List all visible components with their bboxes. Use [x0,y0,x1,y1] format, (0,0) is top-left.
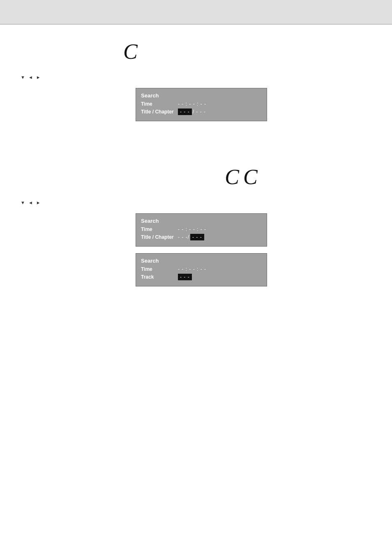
nav-arrows-section1: ▼ ◄ ► [21,75,376,80]
cursive-cc-icons: C C [107,166,376,188]
title-chapter-label-1: Title / Chapter [141,109,178,115]
arrow-right-1[interactable]: ► [36,75,41,80]
search-panel-2b: Search Time - - : - - : - - Track - - - [136,253,267,286]
time-value-2b: - - : - - : - - [178,266,206,272]
time-label-2b: Time [141,266,178,272]
top-bar [0,0,392,25]
search-title-1: Search [141,92,262,99]
search-row-time-2a: Time - - : - - : - - [141,226,262,232]
spacer-between-sections [0,129,392,162]
arrow-right-2[interactable]: ► [36,200,41,205]
track-label-2b: Track [141,274,178,280]
section-2: C C ▼ ◄ ► Search Time - - : - - : - - Ti… [0,166,392,286]
search-row-track-2b: Track - - - [141,274,262,280]
title-chapter-prefix-2a: - - -/ [178,234,189,240]
arrow-left-1[interactable]: ◄ [28,75,33,80]
arrow-left-2[interactable]: ◄ [28,200,33,205]
gap-between-boxes [16,247,376,253]
cursive-c-icon: C [123,41,156,62]
search-row-title-chapter-1: Title / Chapter - - - / - - - [141,108,262,115]
search-row-title-chapter-2a: Title / Chapter - - -/ - - - [141,234,262,240]
search-row-time-1: Time - - : - - : - - [141,101,262,107]
cursive-c2-icon: C [243,166,258,188]
arrow-down-1[interactable]: ▼ [21,75,25,80]
title-chapter-highlight-2a: - - - [190,234,204,240]
nav-arrows-section2: ▼ ◄ ► [21,200,376,205]
track-highlight-2b: - - - [178,274,192,280]
title-chapter-suffix-1: / - - - [193,109,206,115]
section-1: C ▼ ◄ ► Search Time - - : - - : - - Titl… [0,33,392,129]
time-label-1: Time [141,101,178,107]
title-chapter-label-2a: Title / Chapter [141,234,178,240]
time-value-1: - - : - - : - - [178,101,206,107]
search-panel-2a: Search Time - - : - - : - - Title / Chap… [136,213,267,247]
search-title-2b: Search [141,258,262,264]
cursive-c1-icon: C [225,166,239,188]
search-panel-1: Search Time - - : - - : - - Title / Chap… [136,88,267,121]
search-title-2a: Search [141,218,262,224]
time-label-2a: Time [141,226,178,232]
time-value-2a: - - : - - : - - [178,226,206,232]
arrow-down-2[interactable]: ▼ [21,200,25,205]
title-chapter-highlight-1: - - - [178,108,192,115]
search-row-time-2b: Time - - : - - : - - [141,266,262,272]
